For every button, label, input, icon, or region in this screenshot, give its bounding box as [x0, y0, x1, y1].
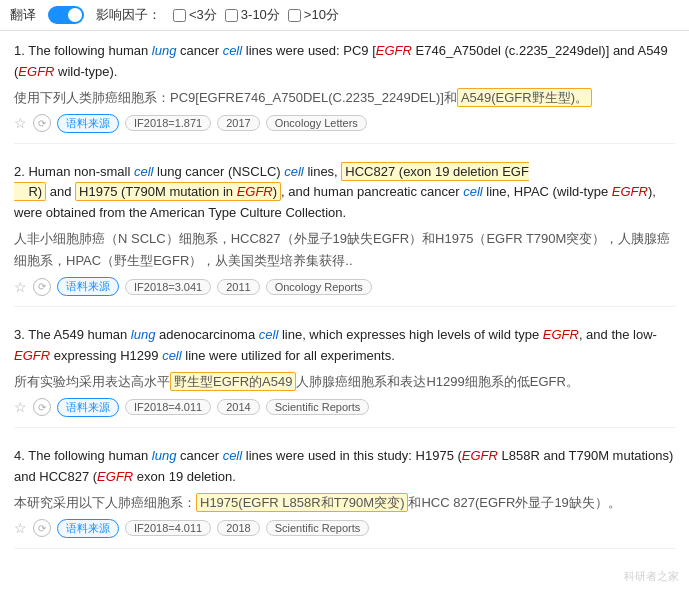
- filter-more10-label: >10分: [304, 6, 339, 24]
- result-4-meta: ☆ ⟳ 语料来源 IF2018=4.011 2018 Scientific Re…: [14, 519, 675, 538]
- egfr-1a: EGFR: [376, 43, 412, 58]
- journal-badge-2: Oncology Reports: [266, 279, 372, 295]
- toggle-label: 翻译: [10, 6, 36, 24]
- result-3-en: 3. The A549 human lung adenocarcinoma ce…: [14, 325, 675, 367]
- toggle-knob: [68, 8, 82, 22]
- cell-2a: cell: [134, 164, 154, 179]
- cell-3: cell: [259, 327, 279, 342]
- cell-4: cell: [223, 448, 243, 463]
- source-badge-1[interactable]: 语料来源: [57, 114, 119, 133]
- result-3-cn: 所有实验均采用表达高水平野生型EGFR的A549人肺腺癌细胞系和表达H1299细…: [14, 371, 675, 393]
- result-2-en: 2. Human non-small cell lung cancer (NSC…: [14, 162, 675, 224]
- egfr-1b: EGFR: [18, 64, 54, 79]
- year-badge-1: 2017: [217, 115, 259, 131]
- filter-3to10-label: 3-10分: [241, 6, 280, 24]
- result-3-meta: ☆ ⟳ 语料来源 IF2018=4.011 2014 Scientific Re…: [14, 398, 675, 417]
- result-3-number: 3.: [14, 327, 25, 342]
- star-1[interactable]: ☆: [14, 115, 27, 131]
- if-badge-3: IF2018=4.011: [125, 399, 211, 415]
- lung-1: lung: [152, 43, 177, 58]
- filter-less3-checkbox[interactable]: [173, 9, 186, 22]
- highlight-1: A549(EGFR野生型)。: [457, 88, 592, 107]
- highlight-2b: H1975 (T790M mutation in EGFR): [75, 182, 281, 201]
- year-badge-2: 2011: [217, 279, 259, 295]
- filter-less3-label: <3分: [189, 6, 217, 24]
- circle-3[interactable]: ⟳: [33, 398, 51, 416]
- highlight-3: 野生型EGFR的A549: [170, 372, 296, 391]
- result-1-en: 1. The following human lung cancer cell …: [14, 41, 675, 83]
- result-2-meta: ☆ ⟳ 语料来源 IF2018=3.041 2011 Oncology Repo…: [14, 277, 675, 296]
- watermark: 科研者之家: [624, 569, 679, 584]
- result-1-meta: ☆ ⟳ 语料来源 IF2018=1.871 2017 Oncology Lett…: [14, 114, 675, 133]
- star-4[interactable]: ☆: [14, 520, 27, 536]
- filter-3to10-checkbox[interactable]: [225, 9, 238, 22]
- filter-3to10[interactable]: 3-10分: [225, 6, 280, 24]
- source-badge-3[interactable]: 语料来源: [57, 398, 119, 417]
- cell-2b: cell: [284, 164, 304, 179]
- result-1-cn: 使用下列人类肺癌细胞系：PC9[EGFRE746_A750DEL(C.2235_…: [14, 87, 675, 109]
- journal-badge-4: Scientific Reports: [266, 520, 370, 536]
- filter-less3[interactable]: <3分: [173, 6, 217, 24]
- result-1-number: 1.: [14, 43, 25, 58]
- circle-2[interactable]: ⟳: [33, 278, 51, 296]
- result-2-number: 2.: [14, 164, 25, 179]
- main-content: 1. The following human lung cancer cell …: [0, 31, 689, 577]
- lung-4: lung: [152, 448, 177, 463]
- result-4-en: 4. The following human lung cancer cell …: [14, 446, 675, 488]
- result-item-1: 1. The following human lung cancer cell …: [14, 41, 675, 144]
- year-badge-4: 2018: [217, 520, 259, 536]
- filter-more10[interactable]: >10分: [288, 6, 339, 24]
- star-2[interactable]: ☆: [14, 279, 27, 295]
- if-badge-2: IF2018=3.041: [125, 279, 211, 295]
- if-badge-4: IF2018=4.011: [125, 520, 211, 536]
- result-item-4: 4. The following human lung cancer cell …: [14, 446, 675, 549]
- journal-badge-1: Oncology Letters: [266, 115, 367, 131]
- translate-toggle[interactable]: [48, 6, 84, 24]
- year-badge-3: 2014: [217, 399, 259, 415]
- result-item-3: 3. The A549 human lung adenocarcinoma ce…: [14, 325, 675, 428]
- source-badge-4[interactable]: 语料来源: [57, 519, 119, 538]
- filter-group: <3分 3-10分 >10分: [173, 6, 339, 24]
- highlight-4: H1975(EGFR L858R和T790M突变): [196, 493, 408, 512]
- egfr-3b: EGFR: [14, 348, 50, 363]
- result-4-number: 4.: [14, 448, 25, 463]
- cell-1: cell: [223, 43, 243, 58]
- lung-3: lung: [131, 327, 156, 342]
- top-bar: 翻译 影响因子： <3分 3-10分 >10分: [0, 0, 689, 31]
- egfr-4a: EGFR: [462, 448, 498, 463]
- star-3[interactable]: ☆: [14, 399, 27, 415]
- journal-badge-3: Scientific Reports: [266, 399, 370, 415]
- filter-label: 影响因子：: [96, 6, 161, 24]
- egfr-3a: EGFR: [543, 327, 579, 342]
- cell-3b: cell: [162, 348, 182, 363]
- circle-4[interactable]: ⟳: [33, 519, 51, 537]
- circle-1[interactable]: ⟳: [33, 114, 51, 132]
- result-item-2: 2. Human non-small cell lung cancer (NSC…: [14, 162, 675, 308]
- filter-more10-checkbox[interactable]: [288, 9, 301, 22]
- cell-2c: cell: [463, 184, 483, 199]
- egfr-2: EGFR: [612, 184, 648, 199]
- source-badge-2[interactable]: 语料来源: [57, 277, 119, 296]
- result-2-cn: 人非小细胞肺癌（N SCLC）细胞系，HCC827（外显子19缺失EGFR）和H…: [14, 228, 675, 272]
- result-4-cn: 本研究采用以下人肺癌细胞系：H1975(EGFR L858R和T790M突变)和…: [14, 492, 675, 514]
- if-badge-1: IF2018=1.871: [125, 115, 211, 131]
- egfr-4b: EGFR: [97, 469, 133, 484]
